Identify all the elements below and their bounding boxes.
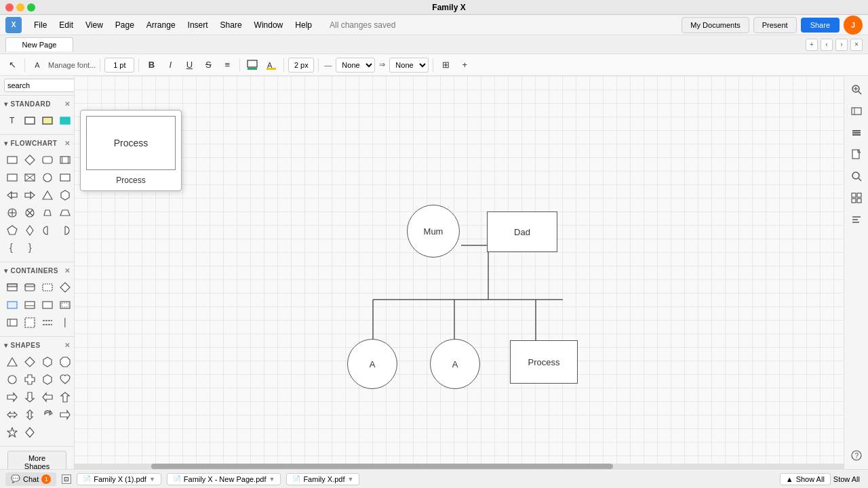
fc-triangle[interactable] <box>39 187 56 203</box>
cont-4[interactable] <box>57 279 73 296</box>
tab-new-page[interactable]: New Page <box>5 37 73 52</box>
cont-6[interactable] <box>22 297 38 313</box>
file-arrow-2[interactable]: ▼ <box>269 476 275 483</box>
sh-hexagon2[interactable] <box>39 371 56 388</box>
strikethrough-button[interactable]: S <box>200 57 216 73</box>
table-btn[interactable]: ⊞ <box>437 57 454 73</box>
font-color-btn[interactable]: A <box>29 57 45 73</box>
fc-x-circle[interactable] <box>22 205 38 221</box>
align-button[interactable]: ≡ <box>219 57 235 73</box>
right-btn-help[interactable]: ? <box>847 446 866 465</box>
chat-tab[interactable]: 💬 Chat 1 <box>5 472 56 486</box>
sh-circle[interactable] <box>4 371 20 388</box>
containers-section-header[interactable]: ▾ CONTAINERS ✕ <box>0 265 74 277</box>
shapes-section-header[interactable]: ▾ SHAPES ✕ <box>0 340 74 351</box>
menu-insert[interactable]: Insert <box>182 18 214 33</box>
right-btn-layers[interactable] <box>847 123 866 142</box>
line-width-input[interactable] <box>288 58 314 73</box>
underline-button[interactable]: U <box>181 57 197 73</box>
right-btn-grid[interactable] <box>847 188 866 207</box>
scrollbar-thumb[interactable] <box>151 464 612 469</box>
menu-arrange[interactable]: Arrange <box>141 18 181 33</box>
menu-window[interactable]: Window <box>249 18 289 33</box>
fc-diamond[interactable] <box>22 152 38 168</box>
add-page-button[interactable]: + <box>806 39 818 51</box>
close-tab-button[interactable]: × <box>850 39 863 51</box>
line-style-select-1[interactable]: None <box>336 58 375 73</box>
shape-rect[interactable] <box>22 113 38 129</box>
right-btn-search[interactable] <box>847 167 866 186</box>
node-child2[interactable]: A <box>430 339 480 389</box>
cont-9[interactable] <box>4 314 20 331</box>
line-color-btn[interactable]: A <box>263 57 279 73</box>
sh-double-h-arrow[interactable] <box>4 407 20 423</box>
right-btn-format[interactable] <box>847 210 866 229</box>
fc-diamond2[interactable] <box>22 222 38 239</box>
font-size-input[interactable]: 1 pt <box>104 58 134 73</box>
standard-section-header[interactable]: ▾ STANDARD ✕ <box>0 98 74 110</box>
sh-octagon[interactable] <box>57 354 73 370</box>
sh-double-v-arrow[interactable] <box>22 407 38 423</box>
my-documents-button[interactable]: My Documents <box>682 17 749 33</box>
fc-round-rect[interactable] <box>39 152 56 168</box>
sh-arrow-right2[interactable] <box>57 407 73 423</box>
menu-share[interactable]: Share <box>215 18 248 33</box>
node-dad[interactable]: Dad <box>487 211 557 252</box>
fc-right-arrow[interactable] <box>22 187 38 203</box>
sh-left-arrow[interactable] <box>39 389 56 405</box>
fc-hexagon[interactable] <box>57 187 73 203</box>
cont-1[interactable] <box>4 279 20 296</box>
node-child1[interactable]: A <box>347 339 397 389</box>
sh-star[interactable] <box>4 424 20 441</box>
next-page-button[interactable]: › <box>835 39 848 51</box>
shape-filled-rect[interactable] <box>39 113 56 129</box>
share-button[interactable]: Share <box>801 18 840 33</box>
menu-page[interactable]: Page <box>110 18 140 33</box>
fc-trapezoid2[interactable] <box>57 205 73 221</box>
line-style-select-2[interactable]: None <box>389 58 429 73</box>
cont-5[interactable] <box>4 297 20 313</box>
shape-dark-rect[interactable] <box>57 113 73 129</box>
bold-button[interactable]: B <box>143 57 159 73</box>
sh-kite[interactable] <box>22 424 38 441</box>
file-tab-2[interactable]: 📄 Family X - New Page.pdf ▼ <box>167 473 281 485</box>
node-mum[interactable]: Mum <box>407 205 460 258</box>
file-tab-3[interactable]: 📄 Family X.pdf ▼ <box>286 473 359 485</box>
containers-close-btn[interactable]: ✕ <box>64 267 71 274</box>
process-popup-inner[interactable]: Process <box>86 116 176 170</box>
fc-circle[interactable] <box>39 169 56 186</box>
menu-help[interactable]: Help <box>290 18 317 33</box>
user-avatar[interactable]: J <box>844 16 863 35</box>
insert-btn[interactable]: + <box>456 57 473 73</box>
right-btn-back[interactable] <box>847 102 866 121</box>
fc-half-circle-r[interactable] <box>57 222 73 239</box>
menu-view[interactable]: View <box>80 18 108 33</box>
manage-font-label[interactable]: Manage font... <box>48 61 96 69</box>
sh-hexagon[interactable] <box>39 354 56 370</box>
fc-double-rect[interactable] <box>57 152 73 168</box>
cont-8[interactable] <box>57 297 73 313</box>
window-minimize-btn[interactable] <box>16 3 24 12</box>
cont-2[interactable] <box>22 279 38 296</box>
fc-plus-circle[interactable] <box>4 205 20 221</box>
menu-edit[interactable]: Edit <box>54 18 79 33</box>
present-button[interactable]: Present <box>753 17 797 33</box>
file-arrow-3[interactable]: ▼ <box>348 476 354 483</box>
fc-rect2[interactable] <box>4 169 20 186</box>
flowchart-section-header[interactable]: ▾ FLOWCHART ✕ <box>0 138 74 149</box>
fc-left-arrow[interactable] <box>4 187 20 203</box>
fc-cross-rect[interactable] <box>22 169 38 186</box>
standard-close-btn[interactable]: ✕ <box>64 100 71 108</box>
menu-file[interactable]: File <box>28 18 52 33</box>
more-shapes-button[interactable]: More Shapes <box>7 451 66 469</box>
fc-brace-l[interactable]: { <box>4 240 20 256</box>
fc-trapezoid[interactable] <box>39 205 56 221</box>
screen-icon[interactable]: ⊡ <box>62 474 71 484</box>
show-all-button[interactable]: ▲ Show All <box>780 473 831 485</box>
right-btn-zoom-fit[interactable] <box>847 80 866 99</box>
file-arrow-1[interactable]: ▼ <box>149 476 155 483</box>
sh-diamond[interactable] <box>22 354 38 370</box>
window-close-btn[interactable] <box>5 3 14 12</box>
search-input[interactable] <box>4 79 75 92</box>
cont-3[interactable] <box>39 279 56 296</box>
